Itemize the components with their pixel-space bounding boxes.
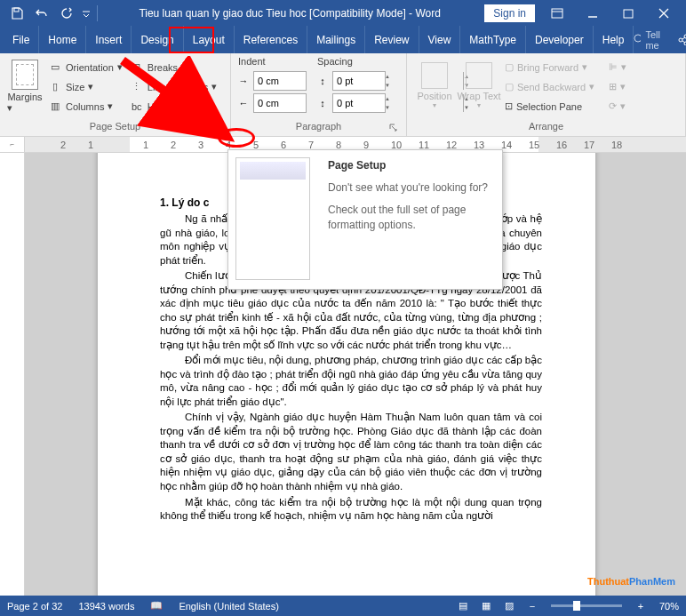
title-bar: Tieu luan quan ly giao duc Tieu hoc [Com… bbox=[0, 0, 686, 26]
paragraph: Mặt khác, công tác kiểm tra nội bộ trườn… bbox=[160, 496, 542, 524]
page-setup-dialog-launcher[interactable] bbox=[212, 123, 223, 133]
paragraph: Đổi mới mục tiêu, nội dung, phương pháp,… bbox=[160, 354, 542, 409]
tooltip-title: Page Setup bbox=[328, 159, 491, 172]
tab-design[interactable]: Design bbox=[132, 26, 183, 53]
indent-left-icon: → bbox=[236, 76, 251, 86]
language-indicator[interactable]: English (United States) bbox=[179, 601, 279, 612]
rotate-button: ⟳▾ bbox=[605, 97, 630, 116]
tab-view[interactable]: View bbox=[419, 26, 461, 53]
close-button[interactable] bbox=[647, 3, 681, 24]
ribbon-options-button[interactable] bbox=[540, 3, 574, 24]
zoom-slider[interactable] bbox=[551, 604, 622, 607]
ribbon: Margins▾ ▭Orientation ▾ ▯Size ▾ ▥Columns… bbox=[0, 53, 686, 137]
maximize-button[interactable] bbox=[611, 3, 645, 24]
status-bar: Page 2 of 32 13943 words 📖 English (Unit… bbox=[0, 596, 686, 616]
selection-icon: ⊡ bbox=[505, 100, 513, 112]
print-layout-button[interactable]: ▦ bbox=[476, 597, 496, 615]
undo-button[interactable] bbox=[30, 3, 53, 24]
paragraph-dialog-launcher[interactable] bbox=[388, 123, 399, 133]
zoom-in-button[interactable]: + bbox=[631, 597, 650, 615]
indent-left-input[interactable]: ▲▼ bbox=[253, 71, 307, 91]
tell-me-search[interactable]: Tell me bbox=[634, 29, 665, 51]
document-title: Tieu luan quan ly giao duc Tieu hoc [Com… bbox=[100, 7, 479, 20]
svg-point-3 bbox=[634, 35, 641, 42]
page-setup-label: Page Setup bbox=[90, 121, 141, 132]
word-count[interactable]: 13943 words bbox=[78, 601, 134, 612]
tooltip-preview bbox=[228, 150, 317, 289]
forward-icon: ▢ bbox=[505, 61, 514, 73]
spacing-before-icon: ↕ bbox=[315, 76, 330, 86]
qat-customize[interactable] bbox=[80, 3, 92, 24]
svg-rect-0 bbox=[14, 8, 19, 12]
spacing-before-input[interactable]: ▲▼ bbox=[332, 71, 386, 91]
tab-help[interactable]: Help bbox=[594, 26, 634, 53]
backward-icon: ▢ bbox=[505, 81, 514, 92]
sign-in-button[interactable]: Sign in bbox=[484, 4, 535, 22]
read-mode-button[interactable]: ▤ bbox=[453, 597, 473, 615]
svg-point-4 bbox=[679, 38, 682, 42]
group-page-setup: Margins▾ ▭Orientation ▾ ▯Size ▾ ▥Columns… bbox=[0, 53, 231, 136]
columns-icon: ▥ bbox=[48, 100, 62, 114]
tab-insert[interactable]: Insert bbox=[86, 26, 132, 53]
tooltip-line1: Don't see what you're looking for? bbox=[328, 180, 491, 196]
size-icon: ▯ bbox=[48, 80, 62, 94]
indent-right-input[interactable]: ▲▼ bbox=[253, 93, 307, 113]
zoom-out-button[interactable]: − bbox=[522, 597, 542, 615]
send-backward-button: ▢Send Backward ▾ bbox=[501, 77, 598, 96]
arrange-label: Arrange bbox=[529, 121, 563, 132]
window-controls bbox=[540, 3, 681, 24]
hyphenation-icon: bc bbox=[130, 100, 144, 114]
tab-file[interactable]: File bbox=[4, 26, 39, 53]
paragraph: Chính vị vậy, Ngành giáo dục huyện Hàm T… bbox=[160, 411, 542, 493]
group-paragraph: Indent →▲▼ ←▲▼ Spacing ↕▲▼ ↕▲▼ Paragraph bbox=[231, 53, 407, 136]
paragraph-label: Paragraph bbox=[296, 121, 341, 132]
share-button[interactable]: Share bbox=[677, 34, 686, 45]
indent-right-icon: ← bbox=[236, 98, 251, 108]
spacing-after-input[interactable]: ▲▼ bbox=[332, 93, 386, 113]
save-button[interactable] bbox=[5, 3, 28, 24]
ribbon-tabs: File Home Insert Design Layout Reference… bbox=[0, 26, 686, 53]
align-button: ⊫▾ bbox=[605, 58, 630, 76]
bring-forward-button: ▢Bring Forward ▾ bbox=[501, 58, 598, 76]
zoom-level[interactable]: 70% bbox=[659, 601, 679, 612]
breaks-icon: ⊟ bbox=[130, 60, 144, 75]
group-button: ⊞▾ bbox=[605, 77, 630, 96]
line-numbers-button[interactable]: ⋮Line Numbers ▾ bbox=[126, 77, 220, 96]
hyphenation-button[interactable]: bcHyphenation ▾ bbox=[126, 97, 220, 116]
group-arrange: Position▾ Wrap Text▾ ▢Bring Forward ▾ ▢S… bbox=[407, 53, 686, 136]
position-button: Position▾ bbox=[412, 56, 457, 115]
redo-button[interactable] bbox=[55, 3, 78, 24]
wrap-text-button: Wrap Text▾ bbox=[457, 56, 501, 115]
breaks-button[interactable]: ⊟Breaks ▾ bbox=[126, 58, 220, 76]
indent-label: Indent bbox=[236, 56, 307, 67]
svg-rect-2 bbox=[624, 10, 633, 18]
tab-home[interactable]: Home bbox=[39, 26, 86, 53]
orientation-button[interactable]: ▭Orientation ▾ bbox=[44, 58, 126, 76]
line-numbers-icon: ⋮ bbox=[130, 80, 144, 94]
size-button[interactable]: ▯Size ▾ bbox=[44, 77, 126, 96]
orientation-icon: ▭ bbox=[48, 60, 62, 75]
position-icon bbox=[421, 62, 448, 89]
web-layout-button[interactable]: ▨ bbox=[499, 597, 519, 615]
tab-mathtype[interactable]: MathType bbox=[460, 26, 526, 53]
tooltip-line2: Check out the full set of page formattin… bbox=[328, 203, 491, 233]
margins-button[interactable]: Margins▾ bbox=[5, 56, 44, 116]
separator bbox=[97, 5, 98, 21]
selection-pane-button[interactable]: ⊡Selection Pane bbox=[501, 97, 598, 116]
spacing-after-icon: ↕ bbox=[315, 98, 330, 108]
group-icon: ⊞ bbox=[609, 81, 617, 92]
tab-developer[interactable]: Developer bbox=[526, 26, 594, 53]
margins-icon bbox=[12, 60, 38, 90]
vertical-ruler[interactable] bbox=[0, 153, 25, 596]
tab-review[interactable]: Review bbox=[365, 26, 419, 53]
tab-references[interactable]: References bbox=[235, 26, 307, 53]
rotate-icon: ⟳ bbox=[609, 100, 617, 112]
wrap-icon bbox=[466, 62, 492, 89]
page-indicator[interactable]: Page 2 of 32 bbox=[7, 601, 62, 612]
tab-layout[interactable]: Layout bbox=[184, 26, 235, 53]
minimize-button[interactable] bbox=[576, 3, 610, 24]
columns-button[interactable]: ▥Columns ▾ bbox=[44, 97, 126, 116]
tab-mailings[interactable]: Mailings bbox=[307, 26, 365, 53]
spell-check-icon[interactable]: 📖 bbox=[150, 600, 163, 612]
ruler-corner[interactable]: ⌐ bbox=[0, 137, 25, 152]
